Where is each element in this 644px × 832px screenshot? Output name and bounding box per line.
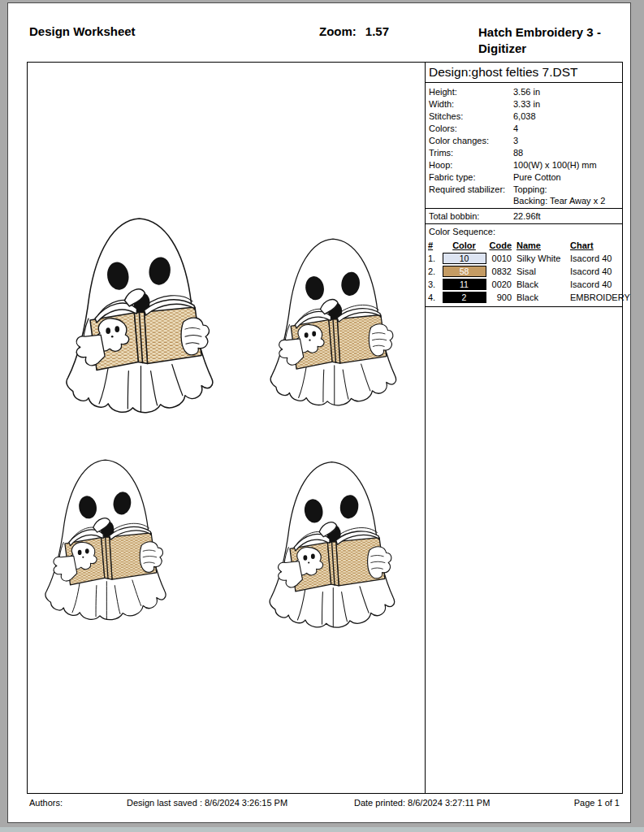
thread-color-swatch-1: 10 <box>443 253 486 264</box>
property-row-width: Width:3.33 in <box>426 98 622 110</box>
taskbar-strip <box>0 827 644 832</box>
authors-label: Authors: <box>29 798 63 808</box>
app-title-line1: Hatch Embroidery 3 - <box>478 24 625 41</box>
ghost-design-2 <box>266 222 406 423</box>
thread-color-swatch-4: 2 <box>443 292 486 303</box>
color-sequence-header-row: # Color Code Name Chart <box>426 239 622 252</box>
thread-color-swatch-3: 11 <box>443 279 486 290</box>
last-saved-text: Design last saved : 8/6/2024 3:26:15 PM <box>127 798 287 808</box>
color-sequence-table: # Color Code Name Chart 1. 10 0010 Silky… <box>426 239 622 307</box>
design-info-panel: Design:ghost felties 7.DST Height:3.56 i… <box>425 63 622 793</box>
worksheet-footer: Authors: Design last saved : 8/6/2024 3:… <box>27 798 620 811</box>
property-row-total-bobbin: Total bobbin: 22.96ft <box>426 208 622 224</box>
color-sequence-row-2: 2. 58 0832 Sisal Isacord 40 <box>426 265 622 278</box>
design-preview-canvas <box>28 63 425 793</box>
property-row-height: Height:3.56 in <box>426 86 622 98</box>
page-number: Page 1 of 1 <box>574 798 620 808</box>
property-row-trims: Trims:88 <box>426 147 622 159</box>
content-box: Design:ghost felties 7.DST Height:3.56 i… <box>27 62 623 794</box>
zoom-value: 1.57 <box>365 24 389 38</box>
ghost-design-1 <box>58 214 227 418</box>
property-row-stitches: Stitches:6,038 <box>426 110 622 123</box>
stabilizer-topping: Topping: <box>513 184 547 194</box>
property-row-stabilizer: Required stabilizer:Topping:Backing: Tea… <box>426 184 622 206</box>
thread-color-swatch-2: 58 <box>443 266 486 277</box>
color-sequence-title: Color Sequence: <box>426 224 622 239</box>
property-row-color-changes: Color changes:3 <box>426 135 622 147</box>
stabilizer-backing: Backing: Tear Away x 2 <box>513 196 622 206</box>
zoom-label: Zoom: <box>319 24 357 38</box>
app-title-line2: Digitizer <box>478 41 625 57</box>
property-row-fabric-type: Fabric type:Pure Cotton <box>426 171 622 184</box>
zoom-indicator: Zoom:1.57 <box>319 24 389 38</box>
window-frame: Design Worksheet Zoom:1.57 Hatch Embroid… <box>0 0 644 832</box>
worksheet-page: Design Worksheet Zoom:1.57 Hatch Embroid… <box>7 2 631 823</box>
design-properties: Height:3.56 in Width:3.33 in Stitches:6,… <box>426 83 622 208</box>
property-row-hoop: Hoop:100(W) x 100(H) mm <box>426 159 622 171</box>
ghost-design-3 <box>41 439 175 642</box>
app-title: Hatch Embroidery 3 - Digitizer <box>478 24 625 57</box>
page-title: Design Worksheet <box>29 24 136 38</box>
property-row-colors: Colors:4 <box>426 123 622 135</box>
ghost-design-4 <box>265 441 404 649</box>
design-filename: Design:ghost felties 7.DST <box>426 63 622 83</box>
color-sequence-row-1: 1. 10 0010 Silky White Isacord 40 <box>426 252 622 265</box>
color-sequence-row-3: 3. 11 0020 Black Isacord 40 <box>426 278 622 291</box>
color-sequence-row-4: 4. 2 900 Black EMBROIDERY <box>426 291 622 304</box>
date-printed-text: Date printed: 8/6/2024 3:27:11 PM <box>354 798 490 808</box>
